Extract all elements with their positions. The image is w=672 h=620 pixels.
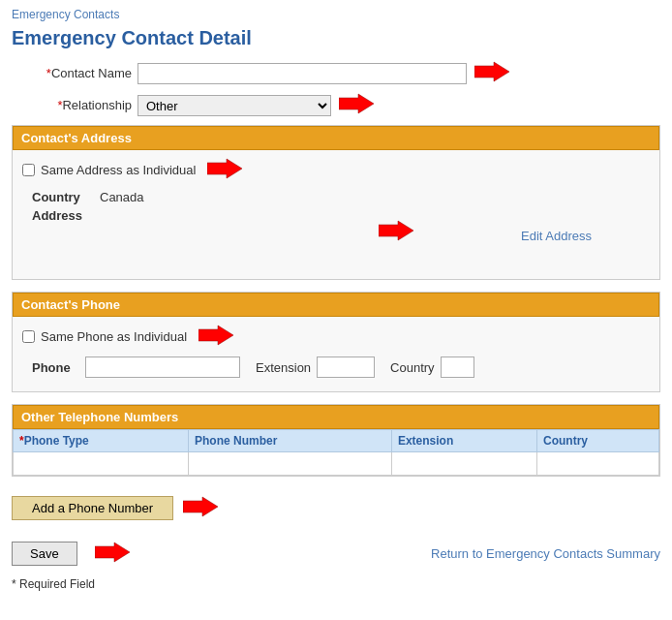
cell-phone-type <box>14 452 189 476</box>
contacts-address-section: Contact's Address Same Address as Indivi… <box>12 125 660 280</box>
phone-country-label: Country <box>390 360 435 375</box>
col-phone-type: *Phone Type <box>14 430 189 452</box>
svg-marker-1 <box>339 94 374 113</box>
address-row: Address <box>22 208 650 223</box>
same-phone-checkbox[interactable] <box>22 330 35 343</box>
add-phone-row: Add a Phone Number <box>12 488 660 528</box>
svg-marker-2 <box>207 159 242 178</box>
cell-extension <box>391 452 536 476</box>
breadcrumb: Emergency Contacts <box>12 8 660 21</box>
same-phone-label: Same Phone as Individual <box>41 329 187 344</box>
save-button[interactable]: Save <box>12 542 77 566</box>
extension-input[interactable] <box>317 356 375 378</box>
col-phone-number: Phone Number <box>188 430 391 452</box>
bottom-row: Save Return to Emergency Contacts Summar… <box>12 542 660 566</box>
same-address-arrow-icon <box>207 158 242 182</box>
same-address-row: Same Address as Individual <box>22 158 650 182</box>
col-extension: Extension <box>391 430 536 452</box>
contacts-phone-header: Contact's Phone <box>13 293 659 317</box>
phone-input[interactable] <box>85 356 240 378</box>
address-key: Address <box>32 208 100 223</box>
svg-marker-5 <box>183 497 218 516</box>
country-key: Country <box>32 190 100 204</box>
contact-name-label: *Contact Name <box>12 66 137 80</box>
add-phone-arrow-icon <box>183 496 218 520</box>
contacts-address-header: Contact's Address <box>13 126 659 150</box>
same-phone-arrow-icon <box>199 325 233 349</box>
required-note: * Required Field <box>12 577 660 591</box>
page-title: Emergency Contact Detail <box>12 27 660 49</box>
contact-name-row: *Contact Name <box>12 61 660 85</box>
phone-country-input[interactable] <box>441 356 474 378</box>
cell-country <box>537 452 659 476</box>
cell-phone-number <box>188 452 391 476</box>
country-row: Country Canada <box>22 190 650 204</box>
save-arrow-icon <box>95 542 130 566</box>
svg-marker-3 <box>379 221 413 240</box>
contact-name-input[interactable] <box>137 63 467 84</box>
contacts-phone-section: Contact's Phone Same Phone as Individual… <box>12 292 660 392</box>
relationship-row: *Relationship Other Spouse Parent Child … <box>12 93 660 117</box>
relationship-select[interactable]: Other Spouse Parent Child Sibling Friend <box>137 95 331 116</box>
relationship-label: *Relationship <box>12 98 137 112</box>
phone-table: *Phone Type Phone Number Extension Count… <box>13 429 659 476</box>
same-address-checkbox[interactable] <box>22 164 35 176</box>
svg-marker-6 <box>95 542 130 562</box>
phone-input-row: Phone Extension Country <box>22 356 650 378</box>
relationship-arrow-icon <box>339 93 374 117</box>
phone-label: Phone <box>32 360 85 375</box>
edit-address-link[interactable]: Edit Address <box>22 229 650 243</box>
table-row <box>14 452 659 476</box>
country-value: Canada <box>100 190 144 204</box>
edit-address-arrow-icon <box>379 220 413 244</box>
add-phone-button[interactable]: Add a Phone Number <box>12 496 173 520</box>
contact-name-arrow-icon <box>474 61 509 85</box>
same-address-label: Same Address as Individual <box>41 163 196 177</box>
svg-marker-4 <box>199 326 233 345</box>
return-link[interactable]: Return to Emergency Contacts Summary <box>431 546 660 561</box>
other-telephone-section: Other Telephone Numbers *Phone Type Phon… <box>12 404 660 477</box>
col-country: Country <box>537 430 659 452</box>
save-area: Save <box>12 542 130 566</box>
extension-label: Extension <box>256 360 311 375</box>
same-phone-row: Same Phone as Individual <box>22 325 650 349</box>
other-telephone-header: Other Telephone Numbers <box>13 405 659 429</box>
svg-marker-0 <box>474 62 509 81</box>
table-header-row: *Phone Type Phone Number Extension Count… <box>14 430 659 452</box>
